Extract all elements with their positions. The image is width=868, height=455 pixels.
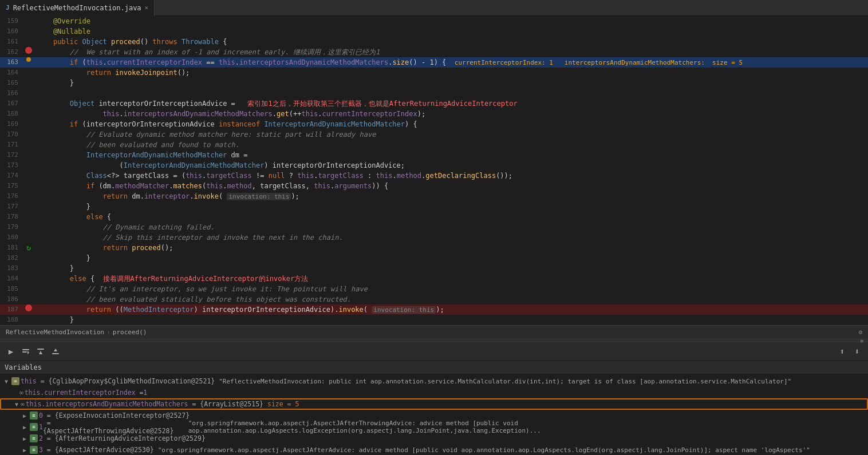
svg-marker-2 bbox=[27, 351, 29, 354]
expand-icon[interactable]: ▼ bbox=[13, 400, 21, 408]
breakpoint-icon[interactable] bbox=[25, 304, 32, 311]
svg-marker-4 bbox=[39, 351, 42, 354]
expand-icon[interactable] bbox=[11, 389, 19, 397]
table-row: 161 public Object proceed() throws Throw… bbox=[0, 37, 868, 47]
tab-close-icon[interactable]: × bbox=[145, 4, 149, 11]
table-row: 185 // It's an interceptor, so we just i… bbox=[0, 284, 868, 294]
table-row: 177 } bbox=[0, 201, 868, 212]
editor-area: 159 @Override 160 @Nullable 161 public O… bbox=[0, 16, 868, 325]
expand-panel-button[interactable]: ⬆ bbox=[836, 345, 849, 358]
tab-java-icon: J bbox=[6, 4, 10, 11]
debug-toolbar: ▶ ⬆ ⬇ bbox=[0, 342, 868, 361]
list-item[interactable]: ▼ ∞ this = {CglibAopProxy$CglibMethodInv… bbox=[0, 375, 868, 387]
variables-label: Variables bbox=[5, 363, 42, 371]
table-row: 165 } bbox=[0, 78, 868, 88]
svg-rect-0 bbox=[22, 349, 29, 350]
list-item[interactable]: ▼ ∞ this.interceptorsAndDynamicMethodMat… bbox=[0, 398, 868, 410]
table-row: 181 ↻ return proceed(); bbox=[0, 243, 868, 253]
svg-rect-1 bbox=[22, 351, 27, 353]
step-into-button[interactable] bbox=[34, 345, 47, 358]
var-field-icon: ∞ bbox=[19, 389, 23, 397]
var-list-icon: ≡ bbox=[30, 423, 38, 431]
tab-reflective[interactable]: J ReflectiveMethodInvocation.java × bbox=[0, 0, 155, 16]
table-row: 183 } bbox=[0, 263, 868, 274]
var-list-icon: ≡ bbox=[30, 434, 38, 442]
variables-panel: ▼ ∞ this = {CglibAopProxy$CglibMethodInv… bbox=[0, 374, 868, 455]
breakpoint-icon[interactable] bbox=[25, 47, 32, 54]
table-row: 175 if (dm.methodMatcher.matches(this.me… bbox=[0, 181, 868, 191]
table-row: 173 (InterceptorAndDynamicMethodMatcher)… bbox=[0, 160, 868, 171]
table-row: 171 // been evaluated and found to match… bbox=[0, 140, 868, 150]
breadcrumb: ReflectiveMethodInvocation › proceed() ⚙ bbox=[0, 325, 868, 339]
list-item[interactable]: ▶ ≡ 1 = {AspectJAfterThrowingAdvice@2528… bbox=[0, 421, 868, 433]
table-row: 187 return ((MethodInterceptor) intercep… bbox=[0, 304, 868, 315]
svg-rect-6 bbox=[52, 353, 59, 354]
code-content: 159 @Override 160 @Nullable 161 public O… bbox=[0, 16, 868, 325]
table-row: 178 else { bbox=[0, 212, 868, 222]
table-row: 174 Class<?> targetClass = (this.targetC… bbox=[0, 171, 868, 181]
settings-icon[interactable]: ⚙ bbox=[858, 329, 862, 336]
table-row: 159 @Override bbox=[0, 16, 868, 26]
var-list-icon: ∞ bbox=[21, 401, 25, 408]
debug-position-icon bbox=[26, 57, 31, 62]
table-row: 162 // We start with an index of -1 and … bbox=[0, 47, 868, 57]
execution-arrow-icon: ↻ bbox=[26, 243, 31, 253]
table-row: 172 InterceptorAndDynamicMethodMatcher d… bbox=[0, 150, 868, 160]
breadcrumb-separator: › bbox=[106, 329, 111, 336]
breadcrumb-class[interactable]: ReflectiveMethodInvocation bbox=[6, 329, 104, 336]
table-row: 167 Object interceptorOrInterceptionAdvi… bbox=[0, 98, 868, 109]
table-row: 186 // been evaluated statically before … bbox=[0, 294, 868, 304]
table-row: 182 } bbox=[0, 253, 868, 263]
variable-tree: ▼ ∞ this = {CglibAopProxy$CglibMethodInv… bbox=[0, 374, 868, 455]
var-type-icon: ∞ bbox=[11, 377, 19, 385]
svg-marker-5 bbox=[54, 349, 57, 351]
breadcrumb-method[interactable]: proceed() bbox=[113, 329, 147, 336]
table-row: 179 // Dynamic matching failed. bbox=[0, 222, 868, 232]
table-row: 168 this.interceptorsAndDynamicMethodMat… bbox=[0, 109, 868, 119]
tab-bar: J ReflectiveMethodInvocation.java × bbox=[0, 0, 868, 16]
list-item[interactable]: ▶ ≡ 3 = {AspectJAfterAdvice@2530} "org.s… bbox=[0, 444, 868, 455]
table-row: 180 // Skip this interceptor and invoke … bbox=[0, 232, 868, 243]
table-row: 163 if (this.currentInterceptorIndex == … bbox=[0, 57, 868, 68]
list-item[interactable]: ▶ ≡ 2 = {AfterReturningAdviceInterceptor… bbox=[0, 433, 868, 444]
table-row: 166 bbox=[0, 88, 868, 98]
expand-icon[interactable]: ▶ bbox=[21, 434, 29, 442]
collapse-panel-button[interactable]: ⬇ bbox=[851, 345, 863, 358]
expand-icon[interactable]: ▶ bbox=[21, 423, 29, 431]
expand-icon[interactable]: ▶ bbox=[21, 412, 29, 420]
step-out-button[interactable] bbox=[49, 345, 62, 358]
var-list-icon: ≡ bbox=[30, 412, 38, 420]
table-row: 176 return dm.interceptor.invoke( invoca… bbox=[0, 191, 868, 201]
expand-icon[interactable]: ▶ bbox=[21, 446, 29, 454]
table-row: 170 // Evaluate dynamic method matcher h… bbox=[0, 129, 868, 140]
var-list-icon: ≡ bbox=[30, 446, 38, 454]
list-item[interactable]: ∞ this.currentInterceptorIndex = 1 bbox=[0, 387, 868, 398]
step-over-button[interactable] bbox=[19, 345, 32, 358]
divider-icon: ≡ bbox=[860, 338, 863, 344]
variables-panel-header: Variables bbox=[0, 361, 868, 374]
table-row: 169 if (interceptorOrInterceptionAdvice … bbox=[0, 119, 868, 129]
table-row: 188 } bbox=[0, 315, 868, 325]
resume-button[interactable]: ▶ bbox=[5, 345, 17, 358]
expand-icon[interactable]: ▼ bbox=[2, 377, 10, 385]
table-row: 160 @Nullable bbox=[0, 26, 868, 37]
table-row: 164 return invokeJoinpoint(); bbox=[0, 68, 868, 78]
table-row: 184 else { 接着调用AfterReturningAdviceInter… bbox=[0, 274, 868, 284]
svg-rect-3 bbox=[37, 349, 44, 350]
tab-filename: ReflectiveMethodInvocation.java bbox=[13, 4, 141, 12]
